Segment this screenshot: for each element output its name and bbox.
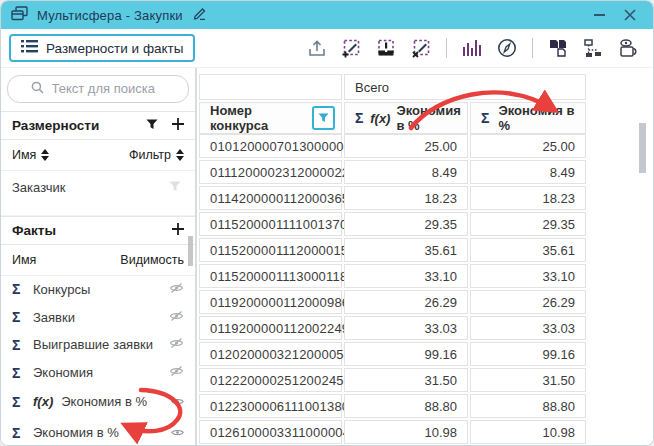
sum-value-cell[interactable]: 29.35	[470, 212, 586, 236]
dimensions-facts-panel-button[interactable]: Размерности и факты	[9, 34, 195, 62]
fact-row[interactable]: Σ Выигравшие заявки	[1, 331, 195, 359]
search-box[interactable]	[7, 75, 189, 103]
fx-value-cell[interactable]: 18.23	[344, 186, 468, 210]
eye-icon[interactable]	[171, 394, 184, 409]
eye-off-icon[interactable]	[169, 282, 184, 297]
edit-area-add-icon[interactable]	[341, 38, 361, 58]
contest-number-cell[interactable]: 0122300006111001380	[199, 394, 342, 418]
eye-icon[interactable]	[171, 425, 184, 440]
sum-value-cell[interactable]: 8.49	[470, 160, 586, 184]
eye-off-icon[interactable]	[169, 310, 184, 325]
minimize-button[interactable]	[588, 5, 610, 25]
fact-row[interactable]: Σ Заявки	[1, 303, 195, 331]
filter-icon[interactable]	[146, 118, 158, 133]
contest-number-cell[interactable]: 0122200002512002452	[199, 368, 342, 392]
contest-number-cell[interactable]: 0114200000112000365	[199, 186, 342, 210]
pivot-table-area: Всего Номер конкурса Σ f(x) Экономия в %…	[197, 68, 653, 446]
edit-title-icon[interactable]	[192, 6, 207, 24]
contest-number-cell[interactable]: 0101200007013000007	[199, 134, 342, 158]
fx-value-cell[interactable]: 25.00	[344, 134, 468, 158]
tree-icon[interactable]	[583, 38, 603, 58]
dimensions-section-header: Размерности	[1, 111, 195, 140]
table-scrollbar-thumb[interactable]	[639, 123, 646, 173]
eye-off-icon[interactable]	[169, 337, 184, 352]
column-header-economy[interactable]: Σ Экономия в %	[470, 102, 586, 134]
column-label: Экономия в %	[396, 103, 461, 133]
contest-number-cell[interactable]: 0115200001112000015	[199, 238, 342, 262]
search-input[interactable]	[50, 80, 166, 97]
contest-number-cell[interactable]: 0119200000112000986	[199, 290, 342, 314]
sigma-icon: Σ	[12, 365, 25, 381]
sigma-icon: Σ	[355, 110, 364, 126]
fact-row[interactable]: Σ f(x) Экономия в %	[1, 387, 195, 418]
contest-number-cell[interactable]: 0120200003212000054	[199, 342, 342, 366]
column-header-contest-number[interactable]: Номер конкурса	[199, 102, 342, 134]
content-area: Размерности Имя Фильтр Заказчик	[1, 67, 653, 446]
fact-row[interactable]: Σ Экономия в %	[1, 417, 195, 446]
copy-docs-icon[interactable]	[548, 38, 568, 58]
dimensions-scrollbar-thumb[interactable]	[188, 236, 193, 266]
fx-value-cell[interactable]: 33.10	[344, 264, 468, 288]
dimension-row-customer[interactable]: Заказчик	[1, 171, 195, 205]
total-empty-cell	[199, 74, 342, 100]
fact-row[interactable]: Σ Экономия	[1, 359, 195, 387]
sum-value-cell[interactable]: 26.29	[470, 290, 586, 314]
column-filter-button[interactable]	[312, 106, 335, 130]
fact-name: Заявки	[33, 310, 161, 325]
row-filter-icon[interactable]	[169, 180, 181, 195]
fact-name: Конкурсы	[33, 282, 161, 297]
fx-value-cell[interactable]: 8.49	[344, 160, 468, 184]
fx-value-cell[interactable]: 33.03	[344, 316, 468, 340]
sum-value-cell[interactable]: 88.80	[470, 394, 586, 418]
sum-value-cell[interactable]: 99.16	[470, 342, 586, 366]
sum-value-cell[interactable]: 10.98	[470, 420, 586, 444]
sum-value-cell[interactable]: 18.23	[470, 186, 586, 210]
contest-number-cell[interactable]: 0126100003311000004	[199, 420, 342, 444]
facts-title: Факты	[12, 223, 158, 238]
sum-value-cell[interactable]: 33.03	[470, 316, 586, 340]
dim-col-filter: Фильтр	[129, 148, 171, 162]
camera-icon[interactable]	[618, 38, 639, 58]
toolbar-icons	[308, 38, 639, 58]
fact-row[interactable]: Σ Конкурсы	[1, 276, 195, 304]
fx-value-cell[interactable]: 10.98	[344, 420, 468, 444]
contest-number-cell[interactable]: 0115200001111001370	[199, 212, 342, 236]
titlebar: Мультисфера - Закупки	[1, 1, 653, 29]
dim-col-name: Имя	[12, 148, 36, 162]
fx-value-cell[interactable]: 35.61	[344, 238, 468, 262]
add-dimension-icon[interactable]	[172, 118, 184, 133]
total-label-cell: Всего	[344, 74, 586, 100]
column-label: Экономия в %	[498, 103, 579, 133]
sort-name-icon[interactable]	[41, 149, 49, 161]
export-icon[interactable]	[308, 39, 326, 57]
sort-filter-icon[interactable]	[176, 149, 184, 161]
fx-value-cell[interactable]: 99.16	[344, 342, 468, 366]
bar-chart-icon[interactable]	[462, 39, 482, 57]
contest-number-cell[interactable]: 0115200001113000118	[199, 264, 342, 288]
fx-value-cell[interactable]: 29.35	[344, 212, 468, 236]
contest-number-cell[interactable]: 0111200002312000022	[199, 160, 342, 184]
sum-value-cell[interactable]: 35.61	[470, 238, 586, 262]
fx-value-cell[interactable]: 31.50	[344, 368, 468, 392]
sum-value-cell[interactable]: 25.00	[470, 134, 586, 158]
eye-off-icon[interactable]	[169, 365, 184, 380]
close-button[interactable]	[619, 5, 641, 25]
fx-value-cell[interactable]: 26.29	[344, 290, 468, 314]
add-fact-icon[interactable]	[172, 223, 184, 238]
sum-value-cell[interactable]: 33.10	[470, 264, 586, 288]
fact-name: Экономия в %	[61, 394, 163, 409]
edit-area-remove-icon[interactable]	[411, 38, 431, 58]
fact-name: Экономия	[33, 365, 161, 380]
facts-section-header: Факты	[1, 216, 195, 245]
warning-area-icon[interactable]	[376, 38, 396, 58]
dimension-list-padding	[1, 205, 195, 216]
toolbar-separator	[446, 38, 447, 58]
compass-icon[interactable]	[497, 38, 517, 58]
column-header-fx-economy[interactable]: Σ f(x) Экономия в %	[344, 102, 468, 134]
fx-label: f(x)	[370, 111, 390, 126]
fact-col-name: Имя	[12, 253, 36, 267]
fx-value-cell[interactable]: 88.80	[344, 394, 468, 418]
contest-number-cell[interactable]: 0119200000112002249	[199, 316, 342, 340]
column-label: Номер конкурса	[210, 103, 306, 133]
sum-value-cell[interactable]: 31.50	[470, 368, 586, 392]
